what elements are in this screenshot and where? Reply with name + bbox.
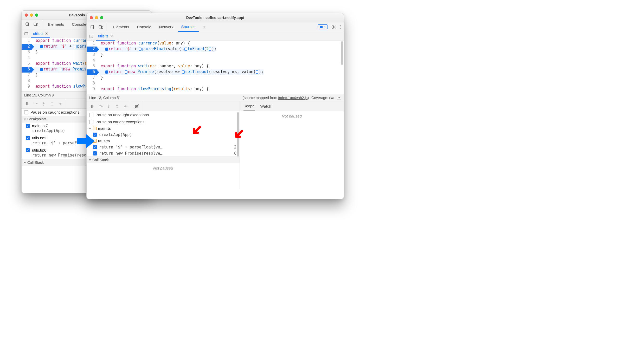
checkbox[interactable] xyxy=(24,110,28,114)
file-tab-utils[interactable]: utils.ts ✕ xyxy=(31,29,50,38)
line-number[interactable]: 9 xyxy=(87,87,97,92)
device-mode-icon[interactable] xyxy=(34,22,38,27)
code-text[interactable] xyxy=(97,58,101,64)
svg-point-17 xyxy=(333,26,335,28)
code-line[interactable]: 3} xyxy=(87,52,344,58)
titlebar[interactable]: DevTools - coffee-cart.netlify.app/ xyxy=(87,13,344,22)
breakpoint-entry[interactable]: return '$' + parseFloat(va…2 xyxy=(87,144,240,150)
pause-uncaught-row[interactable]: Pause on uncaught exceptions xyxy=(87,111,240,118)
file-tab-utils[interactable]: utils.ts ✕ xyxy=(96,32,115,41)
line-number[interactable]: 2 xyxy=(22,44,32,50)
code-text[interactable]: return '$' + parseFloat(value).toFixed(2… xyxy=(97,47,216,52)
code-text[interactable] xyxy=(97,81,101,87)
step-icon[interactable] xyxy=(58,101,63,106)
checkbox[interactable] xyxy=(89,120,93,124)
tab-sources[interactable]: Sources xyxy=(178,22,199,32)
zoom-icon[interactable] xyxy=(100,16,103,19)
tab-scope[interactable]: Scope xyxy=(243,101,255,111)
line-number[interactable]: 4 xyxy=(87,58,97,64)
step-over-icon[interactable] xyxy=(33,101,38,106)
line-number[interactable]: 3 xyxy=(22,50,32,55)
mapped-file-link[interactable]: index.1ac4eab2.js xyxy=(278,96,308,100)
checkbox[interactable] xyxy=(89,113,93,117)
code-line[interactable]: 9export function slowProcessing(results:… xyxy=(87,87,344,92)
code-text[interactable]: } xyxy=(97,75,103,81)
minimize-icon[interactable] xyxy=(95,16,98,19)
tab-watch[interactable]: Watch xyxy=(260,101,271,111)
line-number[interactable]: 3 xyxy=(87,52,97,58)
code-line[interactable]: 8 xyxy=(87,81,344,87)
zoom-icon[interactable] xyxy=(35,14,38,17)
callstack-header[interactable]: ▼Call Stack xyxy=(87,157,240,163)
tab-elements[interactable]: Elements xyxy=(110,22,132,32)
tab-overflow[interactable]: » xyxy=(200,22,209,32)
step-out-icon[interactable] xyxy=(115,104,119,109)
code-text[interactable]: } xyxy=(97,52,103,58)
close-tab-icon[interactable]: ✕ xyxy=(45,31,48,36)
breakpoint-file-group[interactable]: ▼utils.ts xyxy=(87,138,240,144)
code-text[interactable]: export function slowProcessing(results: … xyxy=(97,87,209,92)
gear-icon[interactable] xyxy=(331,25,336,29)
line-number[interactable]: 1 xyxy=(22,38,32,44)
code-line[interactable]: 1export function currency(value: any) { xyxy=(87,41,344,47)
code-text[interactable]: export function wait(ms: number, value: … xyxy=(97,64,209,69)
close-icon[interactable] xyxy=(25,14,28,17)
code-line[interactable]: 7} xyxy=(87,75,344,81)
line-number[interactable]: 7 xyxy=(87,75,97,81)
line-number[interactable]: 1 xyxy=(87,41,97,47)
coverage-toggle-icon[interactable]: ▾ xyxy=(337,96,341,100)
code-text[interactable]: } xyxy=(32,73,38,78)
checkbox[interactable] xyxy=(26,124,30,128)
line-number[interactable]: 4 xyxy=(22,55,32,61)
pause-icon[interactable] xyxy=(90,104,94,109)
navigator-icon[interactable] xyxy=(24,32,28,36)
minimize-icon[interactable] xyxy=(30,14,33,17)
line-number[interactable]: 7 xyxy=(22,73,32,78)
code-line[interactable]: 4 xyxy=(87,58,344,64)
code-text[interactable]: export function currency(value: any) { xyxy=(97,41,190,47)
step-over-icon[interactable] xyxy=(98,104,103,109)
pause-icon[interactable] xyxy=(25,101,29,106)
checkbox[interactable] xyxy=(26,136,30,140)
code-line[interactable]: 5export function wait(ms: number, value:… xyxy=(87,64,344,69)
line-number[interactable]: 8 xyxy=(87,81,97,87)
code-editor[interactable]: 1export function currency(value: any) {2… xyxy=(87,41,344,94)
step-out-icon[interactable] xyxy=(50,101,54,106)
line-number[interactable]: 5 xyxy=(87,64,97,69)
navigator-icon[interactable] xyxy=(89,34,93,38)
line-number[interactable]: 2 xyxy=(87,47,97,52)
pause-caught-row[interactable]: Pause on caught exceptions xyxy=(87,118,240,125)
step-into-icon[interactable] xyxy=(41,101,46,106)
code-line[interactable]: 6 return new Promise(resolve => setTimeo… xyxy=(87,69,344,75)
line-number[interactable]: 8 xyxy=(22,78,32,84)
scrollbar[interactable] xyxy=(341,41,343,94)
code-text[interactable] xyxy=(32,55,36,61)
close-tab-icon[interactable]: ✕ xyxy=(110,34,113,38)
checkbox[interactable] xyxy=(26,148,30,152)
breakpoint-entry[interactable]: return new Promise(resolve…6 xyxy=(87,150,240,157)
line-number[interactable]: 6 xyxy=(22,67,32,73)
device-mode-icon[interactable] xyxy=(99,25,103,29)
deactivate-breakpoints-icon[interactable] xyxy=(134,104,139,109)
code-line[interactable]: 2 return '$' + parseFloat(value).toFixed… xyxy=(87,47,344,52)
checkbox[interactable] xyxy=(93,151,97,155)
line-number[interactable]: 6 xyxy=(87,69,97,75)
more-menu-icon[interactable] xyxy=(340,25,341,29)
code-text[interactable] xyxy=(32,78,36,84)
issues-badge[interactable]: 1 xyxy=(318,24,328,29)
tab-elements[interactable]: Elements xyxy=(45,20,67,29)
tab-console[interactable]: Console xyxy=(134,22,155,32)
line-number[interactable]: 9 xyxy=(22,84,32,90)
inspect-icon[interactable] xyxy=(90,25,95,29)
line-number[interactable]: 5 xyxy=(22,61,32,67)
close-icon[interactable] xyxy=(90,16,93,19)
breakpoint-entry[interactable]: createApp(App)7 xyxy=(87,132,240,138)
scrollbar[interactable] xyxy=(237,111,239,189)
step-icon[interactable] xyxy=(123,104,128,109)
step-into-icon[interactable] xyxy=(106,104,111,109)
code-text[interactable]: return new Promise(resolve => setTimeout… xyxy=(97,69,264,75)
code-text[interactable]: } xyxy=(32,50,38,55)
inspect-icon[interactable] xyxy=(25,22,30,27)
breakpoint-file-group[interactable]: ▼main.ts xyxy=(87,125,240,132)
tab-network[interactable]: Network xyxy=(156,22,177,32)
